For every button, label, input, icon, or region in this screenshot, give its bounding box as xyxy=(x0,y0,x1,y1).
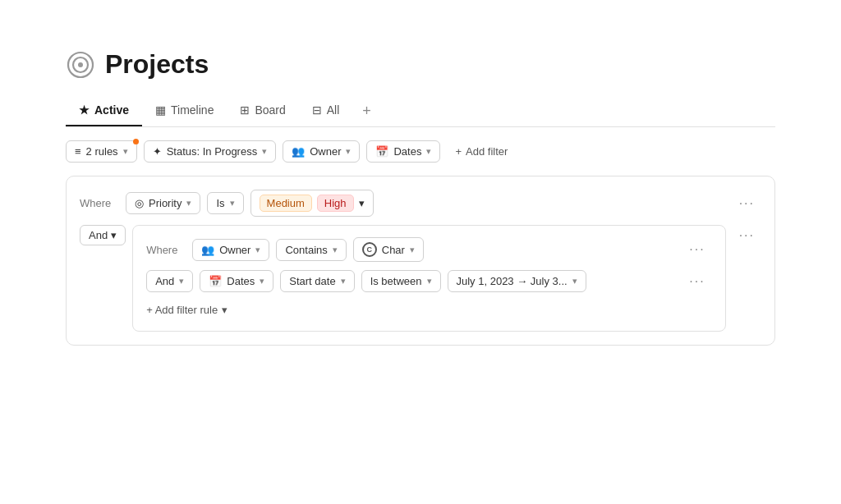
dates-field-select[interactable]: 📅 Dates ▾ xyxy=(200,270,273,292)
target-icon xyxy=(66,50,95,80)
add-filter-rule-button[interactable]: + Add filter rule ▾ xyxy=(146,300,227,319)
contains-label: Contains xyxy=(285,244,327,256)
nested-where-label: Where xyxy=(146,244,186,256)
where-label: Where xyxy=(80,197,119,209)
contains-operator-select[interactable]: Contains ▾ xyxy=(276,239,346,261)
dates-field-chevron-icon: ▾ xyxy=(260,276,264,286)
page-title: Projects xyxy=(105,49,209,80)
owner-field-select[interactable]: 👥 Owner ▾ xyxy=(192,239,269,261)
filters-row: ≡ 2 rules ▾ ✦ Status: In Progress ▾ 👥 Ow… xyxy=(66,140,775,163)
and-chevron-icon: ▾ xyxy=(111,229,117,241)
rules-dot xyxy=(133,139,139,144)
nested-row1-more-button[interactable]: ··· xyxy=(682,239,711,260)
outer-row: And ▾ Where 👥 Owner ▾ Contains ▾ xyxy=(80,217,761,332)
svg-point-2 xyxy=(78,62,83,67)
dates-field-label: Dates xyxy=(227,275,255,287)
tab-all-label: All xyxy=(327,103,340,117)
dates-chevron-icon: ▾ xyxy=(426,146,431,157)
high-tag: High xyxy=(317,195,354,212)
dates-icon: 📅 xyxy=(375,145,388,158)
is-operator-label: Is xyxy=(216,197,224,209)
owner-icon: 👥 xyxy=(292,145,305,158)
tab-board[interactable]: ⊞ Board xyxy=(227,97,298,126)
date-range-label: July 1, 2023 → July 3... xyxy=(457,275,568,287)
values-chevron-icon: ▾ xyxy=(359,197,365,209)
add-rule-label: + Add filter rule xyxy=(146,304,218,316)
char-chevron-icon: ▾ xyxy=(410,245,415,255)
owner-field-icon: 👥 xyxy=(201,244,214,256)
status-label: Status: In Progress xyxy=(167,145,258,158)
owner-filter-chip[interactable]: 👥 Owner ▾ xyxy=(283,140,360,163)
status-filter-chip[interactable]: ✦ Status: In Progress ▾ xyxy=(144,140,277,163)
tab-all[interactable]: ⊟ All xyxy=(299,97,353,126)
owner-chevron-icon: ▾ xyxy=(346,146,351,157)
and-dates-chevron-icon: ▾ xyxy=(179,276,184,286)
nested-row-dates: And ▾ 📅 Dates ▾ Start date ▾ Is between xyxy=(146,270,712,292)
date-range-chevron-icon: ▾ xyxy=(572,276,577,286)
medium-tag: Medium xyxy=(260,195,312,212)
char-value-label: Char xyxy=(382,244,405,256)
and-dates-select[interactable]: And ▾ xyxy=(146,270,193,292)
tab-timeline-label: Timeline xyxy=(171,103,214,117)
priority-field-label: Priority xyxy=(149,197,182,209)
is-between-label: Is between xyxy=(370,275,422,287)
values-select[interactable]: Medium High ▾ xyxy=(250,190,374,217)
add-tab-button[interactable]: + xyxy=(352,96,381,126)
main-filter-row: Where ◎ Priority ▾ Is ▾ Medium High ▾ ··… xyxy=(80,190,761,217)
status-sparkle-icon: ✦ xyxy=(153,145,162,158)
dates-label: Dates xyxy=(393,145,421,158)
nested-row-owner: Where 👥 Owner ▾ Contains ▾ C Char ▾ xyxy=(146,237,712,262)
board-tab-icon: ⊞ xyxy=(240,103,250,117)
filter-panel: Where ◎ Priority ▾ Is ▾ Medium High ▾ ··… xyxy=(66,176,775,346)
rules-filter-chip[interactable]: ≡ 2 rules ▾ xyxy=(66,140,137,163)
tab-active-label: Active xyxy=(94,103,129,117)
is-between-chevron-icon: ▾ xyxy=(427,276,432,286)
and-dates-label: And xyxy=(155,275,174,287)
filter-icon: ≡ xyxy=(75,145,81,158)
is-between-select[interactable]: Is between ▾ xyxy=(361,270,441,292)
char-value-select[interactable]: C Char ▾ xyxy=(353,237,424,262)
add-filter-plus-icon: + xyxy=(455,145,462,158)
timeline-tab-icon: ▦ xyxy=(155,103,166,117)
and-label: And xyxy=(89,229,108,241)
is-operator-select[interactable]: Is ▾ xyxy=(207,192,243,214)
char-avatar: C xyxy=(362,242,377,257)
priority-chevron-icon: ▾ xyxy=(186,198,191,208)
rules-chevron-icon: ▾ xyxy=(123,146,128,157)
start-date-select[interactable]: Start date ▾ xyxy=(280,270,354,292)
nested-row2-more-button[interactable]: ··· xyxy=(682,271,711,292)
tab-timeline[interactable]: ▦ Timeline xyxy=(142,97,227,126)
date-range-select[interactable]: July 1, 2023 → July 3... ▾ xyxy=(448,270,586,292)
nested-panel: Where 👥 Owner ▾ Contains ▾ C Char ▾ xyxy=(132,225,726,332)
main-row-more-button[interactable]: ··· xyxy=(733,193,761,214)
start-date-label: Start date xyxy=(289,275,335,287)
and-badge[interactable]: And ▾ xyxy=(80,225,126,245)
add-filter-button[interactable]: + Add filter xyxy=(447,141,516,162)
priority-field-select[interactable]: ◎ Priority ▾ xyxy=(126,192,200,214)
owner-field-chevron-icon: ▾ xyxy=(255,245,260,255)
tab-board-label: Board xyxy=(255,103,285,117)
owner-label: Owner xyxy=(310,145,341,158)
dates-field-icon: 📅 xyxy=(209,275,222,287)
tabs-row: ★ Active ▦ Timeline ⊞ Board ⊟ All + xyxy=(66,96,775,127)
all-tab-icon: ⊟ xyxy=(312,103,322,117)
owner-field-label: Owner xyxy=(219,244,250,256)
rules-label: 2 rules xyxy=(86,145,118,158)
priority-icon: ◎ xyxy=(135,197,144,209)
active-tab-icon: ★ xyxy=(79,103,90,117)
add-rule-chevron-icon: ▾ xyxy=(222,304,227,316)
contains-chevron-icon: ▾ xyxy=(333,245,338,255)
is-chevron-icon: ▾ xyxy=(230,198,235,208)
status-chevron-icon: ▾ xyxy=(262,146,267,157)
start-date-chevron-icon: ▾ xyxy=(341,276,346,286)
outer-row-more-button[interactable]: ··· xyxy=(733,225,761,246)
dates-filter-chip[interactable]: 📅 Dates ▾ xyxy=(366,140,440,163)
add-filter-label: Add filter xyxy=(466,145,508,158)
tab-active[interactable]: ★ Active xyxy=(66,97,142,126)
